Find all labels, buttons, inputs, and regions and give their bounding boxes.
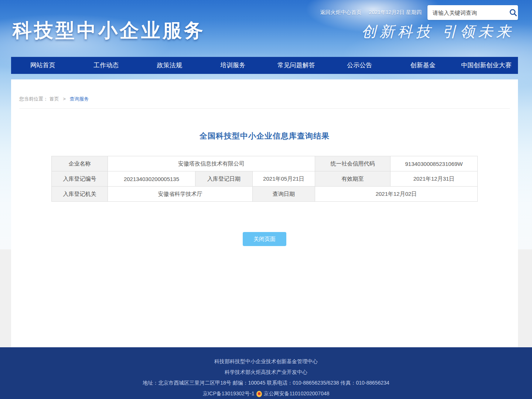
site-logo: 科技型中小企业服务 <box>13 18 205 44</box>
nav-item-policies[interactable]: 政策法规 <box>138 57 201 74</box>
reg-date-label: 入库登记日期 <box>195 171 252 187</box>
credit-code-value: 91340300085231069W <box>391 156 478 171</box>
torch-center-home-link[interactable]: 返回火炬中心首页 <box>320 9 362 16</box>
breadcrumb: 您当前位置： 首页 > 查询服务 <box>19 79 510 109</box>
site-footer: 科技部科技型中小企业技术创新基金管理中心 科学技术部火炬高技术产业开发中心 地址… <box>0 347 532 399</box>
valid-until-value: 2021年12月31日 <box>391 171 478 187</box>
top-utility-bar: 返回火炬中心首页 2021年12月2日 星期四 <box>320 5 518 20</box>
table-row: 入库登记编号 202134030200005135 入库登记日期 2021年05… <box>51 171 477 187</box>
reg-number-value: 202134030200005135 <box>108 171 195 187</box>
search-box <box>427 5 518 20</box>
police-badge-icon <box>256 391 262 397</box>
nav-item-competition[interactable]: 中国创新创业大赛 <box>455 57 518 74</box>
search-icon <box>509 8 517 17</box>
reg-authority-label: 入库登记机关 <box>51 187 108 202</box>
footer-contact-line: 地址：北京市西城区三里河二区甲18号 邮编：100045 联系电话：010-88… <box>0 380 532 386</box>
nav-item-training[interactable]: 培训服务 <box>201 57 265 74</box>
footer-org-line2: 科学技术部火炬高技术产业开发中心 <box>0 369 532 376</box>
nav-item-work-news[interactable]: 工作动态 <box>75 57 138 74</box>
reg-number-label: 入库登记编号 <box>51 171 108 187</box>
police-filing-number: 京公网安备11010202007048 <box>264 391 330 397</box>
table-row: 企业名称 安徽塔孜信息技术有限公司 统一社会信用代码 9134030008523… <box>51 156 477 171</box>
company-name-label: 企业名称 <box>51 156 108 171</box>
credit-code-label: 统一社会信用代码 <box>315 156 391 171</box>
site-slogan: 创新科技 引领未来 <box>361 21 514 42</box>
table-row: 入库登记机关 安徽省科学技术厅 查询日期 2021年12月02日 <box>51 187 477 202</box>
company-name-value: 安徽塔孜信息技术有限公司 <box>108 156 315 171</box>
footer-org-line1: 科技部科技型中小企业技术创新基金管理中心 <box>0 347 532 365</box>
close-page-button[interactable]: 关闭页面 <box>243 232 286 246</box>
current-date: 2021年12月2日 星期四 <box>369 9 422 16</box>
nav-item-faq[interactable]: 常见问题解答 <box>265 57 328 74</box>
reg-authority-value: 安徽省科学技术厅 <box>108 187 252 202</box>
footer-icp-row: 京ICP备13019302号-1 京公网安备11010202007048 <box>0 391 532 397</box>
main-nav: 网站首页 工作动态 政策法规 培训服务 常见问题解答 公示公告 创新基金 中国创… <box>11 57 518 74</box>
query-result-table: 企业名称 安徽塔孜信息技术有限公司 统一社会信用代码 9134030008523… <box>51 156 478 202</box>
reg-date-value: 2021年05月21日 <box>252 171 315 187</box>
query-date-value: 2021年12月02日 <box>315 187 478 202</box>
breadcrumb-prefix: 您当前位置： <box>19 96 48 102</box>
query-date-label: 查询日期 <box>252 187 315 202</box>
breadcrumb-home-link[interactable]: 首页 <box>50 96 59 102</box>
valid-until-label: 有效期至 <box>315 171 391 187</box>
page-title: 全国科技型中小企业信息库查询结果 <box>11 131 518 141</box>
content-panel: 您当前位置： 首页 > 查询服务 全国科技型中小企业信息库查询结果 企业名称 安… <box>11 79 518 347</box>
nav-item-announcements[interactable]: 公示公告 <box>328 57 392 74</box>
nav-item-home[interactable]: 网站首页 <box>11 57 75 74</box>
breadcrumb-separator: > <box>63 96 66 102</box>
search-input[interactable] <box>432 9 507 16</box>
search-button[interactable] <box>507 5 519 20</box>
breadcrumb-current-link[interactable]: 查询服务 <box>69 96 89 102</box>
nav-item-innovation-fund[interactable]: 创新基金 <box>391 57 455 74</box>
icp-number: 京ICP备13019302号-1 <box>202 391 254 397</box>
